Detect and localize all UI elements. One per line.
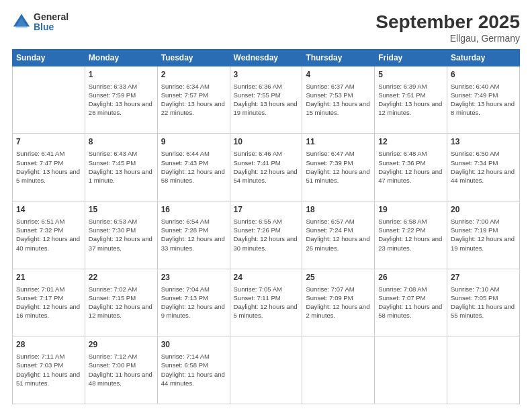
- day-info: Sunrise: 7:04 AM Sunset: 7:13 PM Dayligh…: [161, 285, 226, 320]
- day-number: 27: [451, 272, 516, 283]
- calendar-day: 14Sunrise: 6:51 AM Sunset: 7:32 PM Dayli…: [13, 201, 85, 269]
- day-number: 13: [451, 136, 516, 148]
- day-number: 10: [234, 136, 299, 148]
- calendar-day: [447, 336, 520, 404]
- day-info: Sunrise: 6:48 AM Sunset: 7:36 PM Dayligh…: [378, 149, 443, 185]
- header-tuesday: Tuesday: [157, 49, 230, 66]
- day-number: 19: [378, 204, 443, 216]
- logo-blue: Blue: [34, 22, 69, 32]
- day-number: 8: [89, 136, 154, 148]
- day-info: Sunrise: 6:55 AM Sunset: 7:26 PM Dayligh…: [234, 217, 299, 253]
- calendar-day: 22Sunrise: 7:02 AM Sunset: 7:15 PM Dayli…: [85, 269, 157, 336]
- calendar-day: 27Sunrise: 7:10 AM Sunset: 7:05 PM Dayli…: [447, 269, 520, 336]
- calendar-title: September 2025: [375, 12, 520, 33]
- day-info: Sunrise: 6:43 AM Sunset: 7:45 PM Dayligh…: [89, 149, 154, 185]
- calendar-day: 9Sunrise: 6:44 AM Sunset: 7:43 PM Daylig…: [157, 134, 230, 201]
- day-info: Sunrise: 7:11 AM Sunset: 7:03 PM Dayligh…: [16, 352, 81, 387]
- calendar-week-1: 7Sunrise: 6:41 AM Sunset: 7:47 PM Daylig…: [13, 134, 520, 201]
- calendar-day: 29Sunrise: 7:12 AM Sunset: 7:00 PM Dayli…: [85, 336, 157, 404]
- day-number: 4: [306, 69, 371, 81]
- calendar-day: [375, 336, 447, 404]
- calendar-day: 6Sunrise: 6:40 AM Sunset: 7:49 PM Daylig…: [447, 66, 520, 134]
- day-info: Sunrise: 6:46 AM Sunset: 7:41 PM Dayligh…: [234, 149, 299, 185]
- title-block: September 2025 Ellgau, Germany: [375, 12, 520, 44]
- logo-icon: [12, 13, 31, 32]
- day-info: Sunrise: 6:41 AM Sunset: 7:47 PM Dayligh…: [16, 149, 81, 185]
- calendar-day: 26Sunrise: 7:08 AM Sunset: 7:07 PM Dayli…: [375, 269, 447, 336]
- calendar-day: 30Sunrise: 7:14 AM Sunset: 6:58 PM Dayli…: [157, 336, 230, 404]
- header-wednesday: Wednesday: [230, 49, 302, 66]
- calendar-body: 1Sunrise: 6:33 AM Sunset: 7:59 PM Daylig…: [13, 66, 520, 404]
- calendar-day: 12Sunrise: 6:48 AM Sunset: 7:36 PM Dayli…: [375, 134, 447, 201]
- day-number: 5: [378, 69, 443, 81]
- calendar-day: 28Sunrise: 7:11 AM Sunset: 7:03 PM Dayli…: [13, 336, 85, 404]
- day-number: 20: [451, 204, 516, 216]
- day-info: Sunrise: 7:10 AM Sunset: 7:05 PM Dayligh…: [451, 285, 516, 320]
- logo-general: General: [34, 12, 69, 22]
- day-info: Sunrise: 7:14 AM Sunset: 6:58 PM Dayligh…: [161, 352, 226, 387]
- day-info: Sunrise: 6:58 AM Sunset: 7:22 PM Dayligh…: [378, 217, 443, 253]
- day-info: Sunrise: 6:39 AM Sunset: 7:51 PM Dayligh…: [378, 82, 443, 118]
- calendar-day: 1Sunrise: 6:33 AM Sunset: 7:59 PM Daylig…: [85, 66, 157, 134]
- calendar-day: 8Sunrise: 6:43 AM Sunset: 7:45 PM Daylig…: [85, 134, 157, 201]
- day-number: 6: [451, 69, 516, 81]
- day-info: Sunrise: 7:00 AM Sunset: 7:19 PM Dayligh…: [451, 217, 516, 253]
- day-number: 12: [378, 136, 443, 148]
- calendar-day: 16Sunrise: 6:54 AM Sunset: 7:28 PM Dayli…: [157, 201, 230, 269]
- header-row: Sunday Monday Tuesday Wednesday Thursday…: [13, 49, 520, 66]
- day-info: Sunrise: 6:37 AM Sunset: 7:53 PM Dayligh…: [306, 82, 371, 118]
- calendar-week-3: 21Sunrise: 7:01 AM Sunset: 7:17 PM Dayli…: [13, 269, 520, 336]
- calendar-day: 5Sunrise: 6:39 AM Sunset: 7:51 PM Daylig…: [375, 66, 447, 134]
- day-info: Sunrise: 6:47 AM Sunset: 7:39 PM Dayligh…: [306, 149, 371, 185]
- header-sunday: Sunday: [13, 49, 85, 66]
- calendar-day: 7Sunrise: 6:41 AM Sunset: 7:47 PM Daylig…: [13, 134, 85, 201]
- day-number: 9: [161, 136, 226, 148]
- day-number: 24: [234, 272, 299, 283]
- calendar-header: Sunday Monday Tuesday Wednesday Thursday…: [13, 49, 520, 66]
- calendar-day: 19Sunrise: 6:58 AM Sunset: 7:22 PM Dayli…: [375, 201, 447, 269]
- logo: General Blue: [12, 12, 69, 33]
- calendar-week-2: 14Sunrise: 6:51 AM Sunset: 7:32 PM Dayli…: [13, 201, 520, 269]
- day-info: Sunrise: 7:05 AM Sunset: 7:11 PM Dayligh…: [234, 285, 299, 320]
- calendar-week-4: 28Sunrise: 7:11 AM Sunset: 7:03 PM Dayli…: [13, 336, 520, 404]
- calendar-day: 24Sunrise: 7:05 AM Sunset: 7:11 PM Dayli…: [230, 269, 302, 336]
- calendar-day: 13Sunrise: 6:50 AM Sunset: 7:34 PM Dayli…: [447, 134, 520, 201]
- logo-text: General Blue: [34, 12, 69, 33]
- calendar-day: [13, 66, 85, 134]
- day-info: Sunrise: 6:54 AM Sunset: 7:28 PM Dayligh…: [161, 217, 226, 253]
- calendar-day: 4Sunrise: 6:37 AM Sunset: 7:53 PM Daylig…: [302, 66, 375, 134]
- day-number: 21: [16, 272, 81, 283]
- header-friday: Friday: [375, 49, 447, 66]
- calendar-day: 20Sunrise: 7:00 AM Sunset: 7:19 PM Dayli…: [447, 201, 520, 269]
- day-info: Sunrise: 7:02 AM Sunset: 7:15 PM Dayligh…: [89, 285, 154, 320]
- calendar-day: [302, 336, 375, 404]
- calendar-day: 17Sunrise: 6:55 AM Sunset: 7:26 PM Dayli…: [230, 201, 302, 269]
- calendar-day: 2Sunrise: 6:34 AM Sunset: 7:57 PM Daylig…: [157, 66, 230, 134]
- day-number: 30: [161, 339, 226, 351]
- day-number: 22: [89, 272, 154, 283]
- day-info: Sunrise: 6:33 AM Sunset: 7:59 PM Dayligh…: [89, 82, 154, 118]
- calendar-day: 23Sunrise: 7:04 AM Sunset: 7:13 PM Dayli…: [157, 269, 230, 336]
- day-number: 16: [161, 204, 226, 216]
- day-number: 7: [16, 136, 81, 148]
- header-monday: Monday: [85, 49, 157, 66]
- day-number: 14: [16, 204, 81, 216]
- calendar-week-0: 1Sunrise: 6:33 AM Sunset: 7:59 PM Daylig…: [13, 66, 520, 134]
- day-number: 18: [306, 204, 371, 216]
- day-number: 11: [306, 136, 371, 148]
- day-number: 2: [161, 69, 226, 81]
- calendar-day: [230, 336, 302, 404]
- day-info: Sunrise: 6:34 AM Sunset: 7:57 PM Dayligh…: [161, 82, 226, 118]
- calendar-day: 11Sunrise: 6:47 AM Sunset: 7:39 PM Dayli…: [302, 134, 375, 201]
- day-number: 25: [306, 272, 371, 283]
- day-number: 17: [234, 204, 299, 216]
- header-saturday: Saturday: [447, 49, 520, 66]
- calendar-day: 21Sunrise: 7:01 AM Sunset: 7:17 PM Dayli…: [13, 269, 85, 336]
- calendar-day: 3Sunrise: 6:36 AM Sunset: 7:55 PM Daylig…: [230, 66, 302, 134]
- header-thursday: Thursday: [302, 49, 375, 66]
- page-header: General Blue September 2025 Ellgau, Germ…: [12, 12, 520, 44]
- day-info: Sunrise: 6:40 AM Sunset: 7:49 PM Dayligh…: [451, 82, 516, 118]
- calendar-day: 18Sunrise: 6:57 AM Sunset: 7:24 PM Dayli…: [302, 201, 375, 269]
- day-number: 1: [89, 69, 154, 81]
- day-info: Sunrise: 6:36 AM Sunset: 7:55 PM Dayligh…: [234, 82, 299, 118]
